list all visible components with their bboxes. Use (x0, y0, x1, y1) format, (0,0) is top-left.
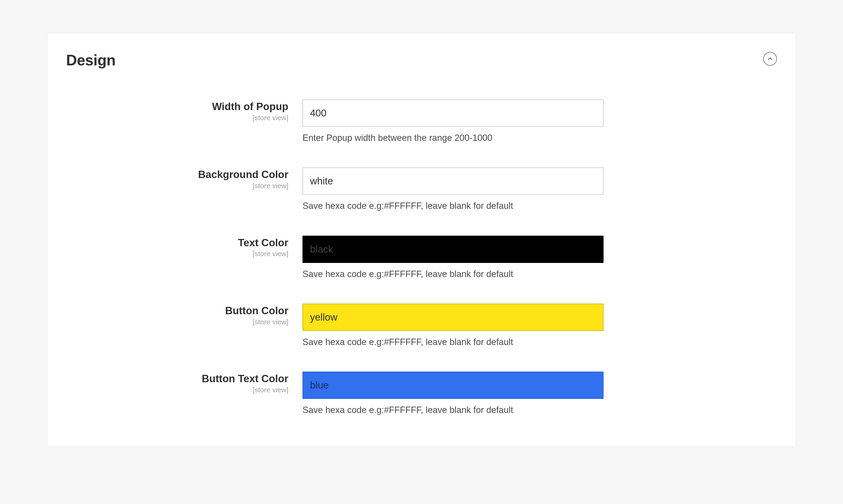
input-col: Save hexa code e.g:#FFFFFF, leave blank … (303, 167, 604, 212)
label-col: Button Color [store view] (66, 304, 303, 326)
input-col: Enter Popup width between the range 200-… (303, 100, 604, 144)
panel-title: Design (66, 52, 777, 69)
text-color-helper: Save hexa code e.g:#FFFFFF, leave blank … (303, 268, 604, 280)
text-color-label: Text Color (238, 237, 288, 248)
button-text-color-input[interactable] (303, 372, 604, 399)
label-col: Text Color [store view] (66, 236, 303, 258)
scope-label: [store view] (66, 386, 288, 394)
width-label: Width of Popup (212, 101, 288, 112)
label-col: Background Color [store view] (66, 167, 303, 190)
button-color-label: Button Color (225, 305, 288, 316)
field-row-text-color: Text Color [store view] Save hexa code e… (66, 236, 777, 280)
bg-color-input[interactable] (303, 167, 604, 195)
field-row-button-color: Button Color [store view] Save hexa code… (66, 304, 777, 348)
scope-label: [store view] (66, 182, 288, 190)
field-row-bg-color: Background Color [store view] Save hexa … (66, 167, 777, 212)
button-color-helper: Save hexa code e.g:#FFFFFF, leave blank … (303, 336, 604, 348)
field-row-width: Width of Popup [store view] Enter Popup … (66, 100, 777, 144)
field-row-button-text-color: Button Text Color [store view] Save hexa… (66, 372, 777, 416)
page-root: Design Width of Popup [store view] Enter… (0, 0, 843, 504)
input-col: Save hexa code e.g:#FFFFFF, leave blank … (303, 372, 604, 416)
input-col: Save hexa code e.g:#FFFFFF, leave blank … (303, 236, 604, 280)
text-color-input[interactable] (303, 236, 604, 263)
button-text-color-label: Button Text Color (202, 373, 288, 384)
scope-label: [store view] (66, 250, 288, 258)
width-input[interactable] (303, 100, 604, 127)
chevron-up-icon (767, 56, 773, 61)
design-panel: Design Width of Popup [store view] Enter… (47, 33, 796, 447)
collapse-toggle[interactable] (763, 52, 777, 66)
scope-label: [store view] (66, 114, 288, 122)
scope-label: [store view] (66, 318, 288, 326)
button-color-input[interactable] (303, 304, 604, 331)
button-text-color-helper: Save hexa code e.g:#FFFFFF, leave blank … (303, 404, 604, 416)
label-col: Button Text Color [store view] (66, 372, 303, 394)
width-helper: Enter Popup width between the range 200-… (303, 132, 604, 144)
bg-color-label: Background Color (198, 169, 288, 180)
input-col: Save hexa code e.g:#FFFFFF, leave blank … (303, 304, 604, 348)
bg-color-helper: Save hexa code e.g:#FFFFFF, leave blank … (303, 200, 604, 212)
label-col: Width of Popup [store view] (66, 100, 303, 122)
